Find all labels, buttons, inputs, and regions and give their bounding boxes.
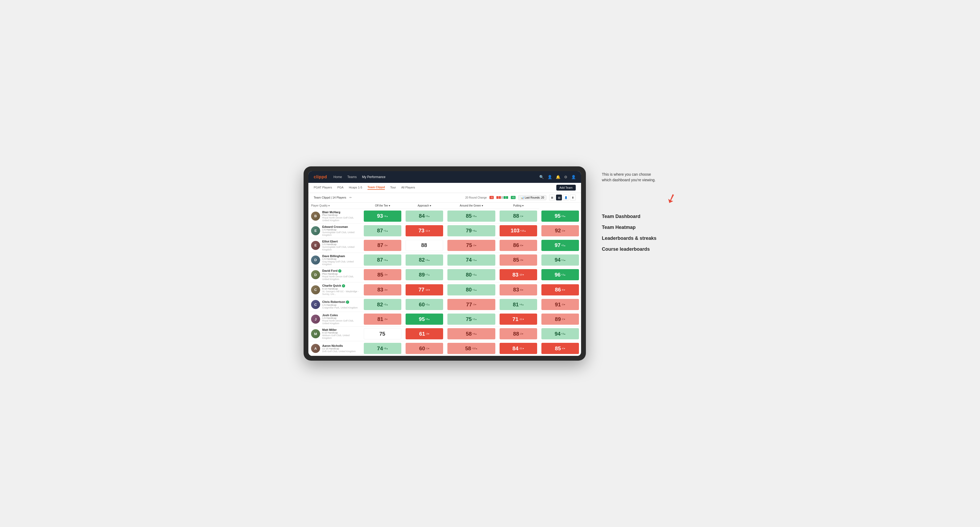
- score-off_tee: 82 +4: [403, 252, 445, 267]
- score-change: -3: [562, 229, 565, 232]
- player-name: Aaron Nicholls: [322, 344, 356, 347]
- subnav-pgat[interactable]: PGAT Players: [314, 186, 332, 189]
- score-around_green: 83 -6: [498, 283, 539, 297]
- player-handicap: 11-15 Handicap: [322, 347, 356, 350]
- score-value: 87: [377, 257, 383, 263]
- score-value: 94: [555, 331, 561, 337]
- score-value: 83: [512, 272, 518, 278]
- last-rounds-button[interactable]: 📊 Last Rounds: 20: [518, 195, 546, 200]
- arrow-up-icon: [475, 273, 477, 276]
- score-value: 84: [512, 346, 518, 352]
- change-positive: +5: [511, 196, 515, 199]
- score-change: -3: [384, 318, 388, 321]
- arrow-down-icon: [522, 332, 523, 335]
- subnav-team-clippd[interactable]: Team Clippd: [368, 186, 385, 190]
- score-value: 83: [513, 287, 519, 293]
- player-handicap: Plus Handicap: [322, 214, 359, 216]
- score-box: 77 -3: [447, 299, 495, 310]
- player-handicap: 1-5 Handicap: [322, 243, 359, 246]
- nav-link-performance[interactable]: My Performance: [362, 175, 385, 179]
- score-box: 97 +5: [541, 240, 579, 251]
- score-box: 86 -8: [541, 284, 579, 295]
- arrow-down-icon: [386, 289, 388, 291]
- arrow-down-icon: [475, 244, 477, 247]
- score-value: 87: [377, 227, 383, 234]
- nav-link-home[interactable]: Home: [333, 175, 342, 179]
- header-off-tee[interactable]: Off the Tee ▾: [362, 203, 403, 209]
- score-change: -8: [562, 289, 565, 291]
- score-change: -1: [520, 215, 523, 217]
- table-row[interactable]: A Aaron Nicholls 11-15 Handicap Drift Go…: [309, 341, 581, 356]
- header-player[interactable]: Player Quality ▾: [309, 203, 362, 209]
- score-value: 60: [419, 346, 425, 352]
- edit-icon[interactable]: ✏: [349, 196, 352, 199]
- arrow-down-icon: [522, 318, 524, 321]
- header-around-green[interactable]: Around the Green ▾: [445, 203, 498, 209]
- search-icon[interactable]: 🔍: [539, 175, 544, 179]
- arrow-down-icon: [386, 318, 388, 321]
- table-row[interactable]: B Blair McHarg Plus Handicap Royal North…: [309, 209, 581, 223]
- score-value: 86: [513, 242, 519, 248]
- header-putting[interactable]: Putting ▾: [498, 203, 539, 209]
- player-name: Dave Billingham: [322, 254, 359, 258]
- score-value: 88: [421, 242, 427, 248]
- score-value: 89: [419, 272, 425, 278]
- table-row[interactable]: D David Ford✓ Plus Handicap Royal North …: [309, 267, 581, 282]
- arrow-up-icon: [428, 318, 430, 321]
- player-cell: M Matt Miller 6-10 Handicap Woburn Golf …: [309, 327, 362, 341]
- add-team-button[interactable]: Add Team: [556, 185, 576, 190]
- arrow-up-icon: [524, 229, 526, 232]
- score-value: 96: [555, 272, 561, 278]
- subnav-hcaps[interactable]: Hcaps 1-5: [349, 186, 362, 189]
- subnav-all-players[interactable]: All Players: [401, 186, 415, 189]
- score-box: 74 +1: [447, 254, 495, 266]
- toolbar-right: 20 Round Change -5 +5 📊 Last Rounds: 20: [465, 195, 576, 200]
- score-off_tee: 95 +8: [403, 312, 445, 327]
- score-box: 91 -3: [541, 299, 579, 310]
- view-grid-button[interactable]: ⊞: [549, 195, 555, 200]
- score-off_tee: 60 -1: [403, 341, 445, 356]
- arrow-up-icon: [386, 303, 388, 306]
- player-handicap: 6-10 Handicap: [322, 287, 359, 290]
- player-name: Edward Crossman: [322, 225, 359, 229]
- view-download-button[interactable]: ⬇: [570, 195, 576, 200]
- score-value: 86: [555, 287, 561, 293]
- avatar: E: [311, 241, 320, 250]
- score-change: -3: [426, 332, 430, 335]
- nav-link-teams[interactable]: Teams: [347, 175, 356, 179]
- settings-icon[interactable]: ⚙: [564, 175, 568, 179]
- table-row[interactable]: C Chris Robertson✓ 1-5 Handicap Craigmil…: [309, 297, 581, 312]
- player-cell: A Aaron Nicholls 11-15 Handicap Drift Go…: [309, 342, 362, 354]
- score-change: +1: [383, 229, 388, 232]
- subnav-tour[interactable]: Tour: [390, 186, 396, 189]
- view-table-button[interactable]: ▤: [556, 195, 562, 200]
- score-box: 80 +1: [447, 284, 495, 295]
- score-box: 84 +6: [406, 211, 443, 222]
- score-change: -6: [520, 244, 523, 247]
- user-icon[interactable]: 👤: [547, 175, 552, 179]
- option-team-heatmap: Team Heatmap: [602, 225, 676, 230]
- avatar-icon[interactable]: 👤: [571, 175, 576, 179]
- score-box: 82 +4: [406, 254, 443, 266]
- table-row[interactable]: E Edward Crossman 1-5 Handicap Sunningda…: [309, 223, 581, 238]
- score-box: 85 -4: [541, 343, 579, 354]
- table-row[interactable]: E Elliot Ebert 1-5 Handicap Sunningdale …: [309, 238, 581, 252]
- score-quality: 81 -3: [362, 312, 403, 327]
- score-change: +2: [425, 303, 430, 306]
- header-approach[interactable]: Approach ▾: [403, 203, 445, 209]
- bell-icon[interactable]: 🔔: [556, 175, 560, 179]
- score-value: 81: [513, 302, 519, 308]
- score-box: 75 -3: [447, 240, 495, 251]
- player-cell: J Josh Coles 1-5 Handicap Royal North De…: [309, 312, 362, 326]
- table-row[interactable]: J Josh Coles 1-5 Handicap Royal North De…: [309, 312, 581, 327]
- view-chart-button[interactable]: 👤: [563, 195, 569, 200]
- player-info: Chris Robertson✓ 1-5 Handicap Craigmilla…: [322, 300, 358, 309]
- change-negative: -5: [490, 196, 494, 199]
- score-change: -10: [519, 273, 524, 276]
- table-row[interactable]: D Dave Billingham 1-5 Handicap Gog Magog…: [309, 252, 581, 267]
- table-row[interactable]: C Charlie Quick✓ 6-10 Handicap St. Georg…: [309, 283, 581, 297]
- subnav-pga[interactable]: PGA: [337, 186, 344, 189]
- player-club: St. George's Hill GC - Weybridge - Surre…: [322, 290, 359, 295]
- table-row[interactable]: M Matt Miller 6-10 Handicap Woburn Golf …: [309, 327, 581, 341]
- arrow-down-icon: [386, 244, 388, 247]
